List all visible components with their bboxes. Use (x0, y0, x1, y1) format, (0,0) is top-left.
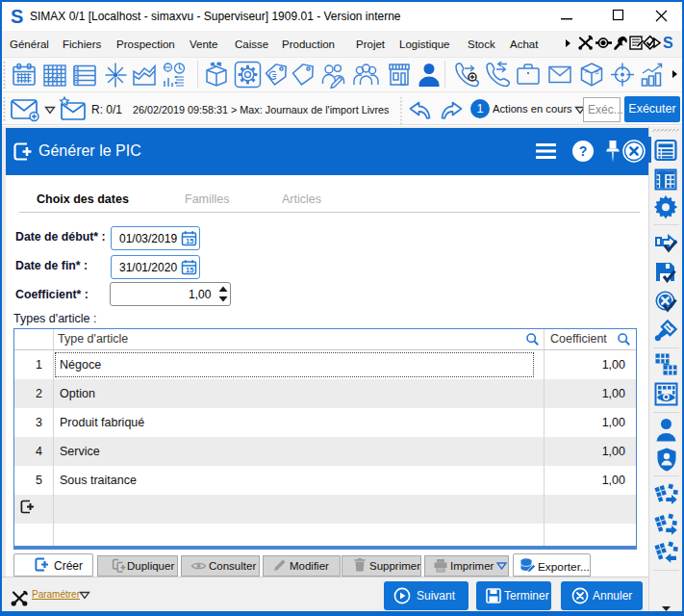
svg-text:15: 15 (186, 266, 193, 274)
svg-text:15: 15 (186, 237, 193, 245)
svg-text:A: A (585, 68, 589, 74)
svg-text:B: B (595, 69, 599, 75)
